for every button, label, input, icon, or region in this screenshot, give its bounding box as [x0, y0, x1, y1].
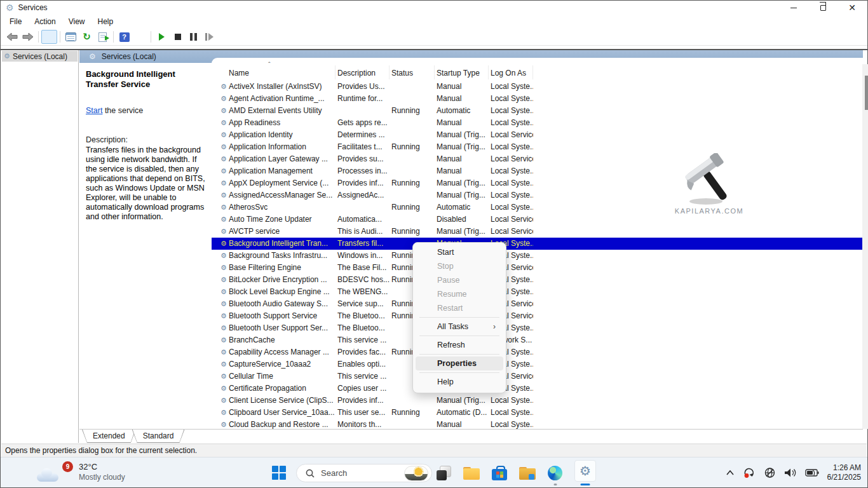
show-action-pane-button[interactable]: [132, 30, 148, 44]
tab-standard[interactable]: Standard: [132, 430, 185, 443]
console-properties-button[interactable]: [63, 30, 79, 44]
weather-widget[interactable]: 9 32°C Mostly cloudy: [36, 460, 125, 483]
vertical-scrollbar[interactable]: [862, 64, 868, 429]
table-row[interactable]: ⚙Base Filtering EngineThe Base Fil...Run…: [212, 262, 863, 274]
service-startup-type: Manual: [435, 419, 489, 429]
store-bag-icon: [492, 469, 507, 480]
edge-button[interactable]: [548, 466, 562, 480]
services-list: ˆ Name Description Status Startup Type L…: [212, 58, 863, 429]
table-row[interactable]: ⚙Application ManagementProcesses in...Ma…: [212, 165, 863, 177]
service-name: ⚙AssignedAccessManager Se...: [212, 189, 336, 201]
table-row[interactable]: ⚙Bluetooth Audio Gateway S...Service sup…: [212, 298, 863, 310]
menu-action[interactable]: Action: [28, 15, 62, 28]
export-list-button[interactable]: [95, 30, 111, 44]
table-row[interactable]: ⚙Bluetooth Support ServiceThe Bluetoo...…: [212, 310, 863, 322]
table-row[interactable]: ⚙Application InformationFacilitates t...…: [212, 141, 863, 153]
refresh-button[interactable]: ↻: [79, 30, 95, 44]
edge-running-indicator: [553, 484, 557, 485]
service-startup-type: Manual (Trig...: [435, 129, 489, 141]
forward-button[interactable]: [20, 30, 36, 44]
menu-file[interactable]: File: [3, 15, 28, 28]
table-row[interactable]: ⚙ActiveX Installer (AxInstSV)Provides Us…: [212, 81, 863, 93]
close-button[interactable]: ✕: [837, 1, 867, 15]
show-console-tree-button[interactable]: [41, 30, 57, 44]
column-header-name[interactable]: Name: [212, 65, 336, 79]
table-row[interactable]: ⚙Block Level Backup Engine ...The WBENG.…: [212, 286, 863, 298]
service-gear-icon: ⚙: [220, 216, 227, 223]
menu-view[interactable]: View: [62, 15, 92, 28]
update-pending-icon[interactable]: [743, 467, 756, 478]
service-gear-icon: ⚙: [220, 288, 227, 295]
table-row[interactable]: ⚙AppX Deployment Service (...Provides in…: [212, 177, 863, 189]
column-header-status[interactable]: Status: [390, 65, 435, 79]
clock[interactable]: 1:26 AM 6/21/2025: [827, 463, 861, 482]
stop-service-button[interactable]: [170, 30, 186, 44]
table-row[interactable]: ⚙Background Intelligent Tran...Transfers…: [212, 238, 863, 250]
table-row[interactable]: ⚙CaptureService_10aaa2Enables opti...Man…: [212, 358, 863, 370]
watermark-text: KAPILARYA.COM: [668, 207, 750, 215]
table-row[interactable]: ⚙Background Tasks Infrastru...Windows in…: [212, 250, 863, 262]
column-header-log-on-as[interactable]: Log On As: [489, 65, 533, 79]
start-button[interactable]: [272, 466, 286, 480]
table-row[interactable]: ⚙Agent Activation Runtime_...Runtime for…: [212, 93, 863, 105]
start-service-suffix: the service: [102, 106, 143, 115]
menu-bar: FileActionViewHelp: [1, 15, 867, 29]
table-row[interactable]: ⚙Application IdentityDetermines ...Manua…: [212, 129, 863, 141]
services-app-button[interactable]: ⚙: [574, 460, 596, 482]
service-startup-type: Manual: [435, 165, 489, 177]
table-row[interactable]: ⚙BitLocker Drive Encryption ...BDESVC ho…: [212, 274, 863, 286]
table-row[interactable]: ⚙Clipboard User Service_10aa...This user…: [212, 407, 863, 419]
table-row[interactable]: ⚙Auto Time Zone UpdaterAutomatica...Disa…: [212, 214, 863, 226]
volume-icon[interactable]: [784, 468, 797, 478]
battery-icon[interactable]: [805, 468, 819, 477]
column-header-startup-type[interactable]: Startup Type: [435, 65, 489, 79]
microsoft-store-button[interactable]: [492, 466, 507, 480]
restart-service-button[interactable]: [201, 30, 217, 44]
minimize-button[interactable]: [779, 1, 808, 15]
tray-chevron-icon[interactable]: [726, 470, 735, 476]
table-row[interactable]: ⚙Cloud Backup and Restore ...Monitors th…: [212, 419, 863, 429]
service-gear-icon: ⚙: [220, 132, 227, 139]
pause-service-button[interactable]: [186, 30, 201, 44]
file-explorer-button[interactable]: [463, 467, 480, 480]
search-box[interactable]: Search: [296, 464, 432, 482]
service-gear-icon: ⚙: [220, 421, 227, 428]
task-view-button[interactable]: [437, 466, 451, 480]
start-service-link[interactable]: Start: [86, 106, 102, 115]
context-menu-item-refresh[interactable]: Refresh: [416, 338, 503, 352]
restore-button[interactable]: [808, 1, 837, 15]
table-row[interactable]: ⚙Client License Service (ClipS...Provide…: [212, 395, 863, 407]
table-row[interactable]: ⚙AssignedAccessManager Se...AssignedAc..…: [212, 189, 863, 201]
column-header-description[interactable]: Description: [336, 65, 390, 79]
tree-item-services-local[interactable]: ⚙ Services (Local): [2, 51, 78, 62]
services-table-body: ⚙ActiveX Installer (AxInstSV)Provides Us…: [212, 81, 863, 429]
table-row[interactable]: ⚙Certificate PropagationCopies user ...M…: [212, 383, 863, 395]
table-row[interactable]: ⚙Cellular TimeThis service ...ManualLoca…: [212, 370, 863, 383]
help-button[interactable]: ?: [116, 30, 132, 44]
menu-help[interactable]: Help: [92, 15, 120, 28]
table-row[interactable]: ⚙Bluetooth User Support Ser...The Blueto…: [212, 322, 863, 334]
context-menu-item-properties[interactable]: Properties: [416, 356, 503, 370]
context-menu-item-pause[interactable]: Pause: [416, 273, 503, 287]
table-row[interactable]: ⚙AMD External Events UtilityRunningAutom…: [212, 105, 863, 117]
table-row[interactable]: ⚙BranchCacheThis service ...ManualNetwor…: [212, 334, 863, 346]
context-menu-item-stop[interactable]: Stop: [416, 259, 503, 273]
context-menu-item-all-tasks[interactable]: All Tasks›: [416, 320, 503, 334]
back-button[interactable]: [4, 30, 20, 44]
start-service-button[interactable]: [154, 30, 170, 44]
context-menu-item-resume[interactable]: Resume: [416, 287, 503, 301]
table-row[interactable]: ⚙Application Layer Gateway ...Provides s…: [212, 153, 863, 165]
table-row[interactable]: ⚙App ReadinessGets apps re...ManualLocal…: [212, 117, 863, 129]
table-row[interactable]: ⚙AVCTP serviceThis is Audi...RunningManu…: [212, 226, 863, 238]
onedrive-folder-button[interactable]: [519, 467, 536, 480]
table-row[interactable]: ⚙Capability Access Manager ...Provides f…: [212, 346, 863, 358]
list-header: ˆ Name Description Status Startup Type L…: [212, 65, 533, 79]
scrollbar-thumb[interactable]: [865, 76, 868, 110]
no-internet-icon[interactable]: [764, 467, 776, 478]
context-menu-item-restart[interactable]: Restart: [416, 301, 503, 315]
context-menu-item-start[interactable]: Start: [416, 245, 503, 259]
table-row[interactable]: ⚙AtherosSvcRunningAutomaticLocal Syste..…: [212, 201, 863, 214]
tab-extended[interactable]: Extended: [82, 430, 136, 443]
context-menu-item-help[interactable]: Help: [416, 375, 503, 389]
service-gear-icon: ⚙: [220, 264, 227, 271]
